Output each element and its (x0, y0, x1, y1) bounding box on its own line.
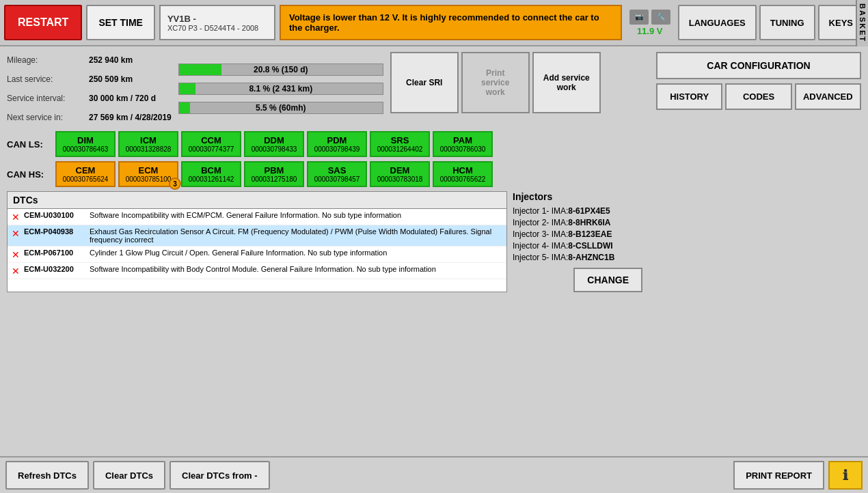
next-service-label: Next service in: (7, 113, 89, 122)
top-bar: RESTART SET TIME YV1B - XC70 P3 - D5244T… (0, 0, 868, 46)
can-hs-module-bcm[interactable]: BCM000031261142 (181, 161, 241, 187)
bar2-row: 8.1 % (2 431 km) (178, 81, 383, 97)
can-hs-module-sas[interactable]: SAS000030798457 (307, 161, 367, 187)
injector-row: Injector 2- IMA:8-8HRK6IA (513, 218, 642, 227)
bottom-right: PRINT REPORT ℹ (733, 461, 863, 490)
mileage-value: 252 940 km (89, 55, 133, 65)
info-icon: ℹ (843, 467, 848, 483)
dtc-item[interactable]: ✕ ECM-P040938 Exhaust Gas Recirculation … (8, 225, 506, 246)
service-bars: 20.8 % (150 d) 8.1 % (2 431 km) 5.5 % (6… (178, 52, 383, 126)
dtc-error-icon: ✕ (12, 249, 20, 260)
dtc-code: ECM-P067100 (24, 249, 85, 257)
can-hs-module-ecm[interactable]: ECM0000307851003 (118, 161, 178, 187)
settime-button[interactable]: SET TIME (86, 5, 155, 40)
codes-button[interactable]: CODES (725, 83, 791, 110)
bar3-row: 5.5 % (60mh) (178, 100, 383, 116)
bar1-row: 20.8 % (150 d) (178, 61, 383, 78)
right-panel: CAR CONFIGURATION HISTORY CODES ADVANCED (649, 46, 868, 456)
dtc-list: DTCs ✕ CEM-U030100 Software Incompatibil… (7, 191, 507, 292)
service-info-area: Mileage: 252 940 km Last service: 250 50… (7, 52, 642, 126)
service-interval-value: 30 000 km / 720 d (89, 94, 156, 103)
dtc-item[interactable]: ✕ ECM-P067100 Cylinder 1 Glow Plug Circu… (8, 246, 506, 263)
bar3-fill (179, 102, 190, 113)
battery-area: 📷 🔧 11.9 V (626, 5, 674, 40)
can-hs-module-hcm[interactable]: HCM000030765622 (433, 161, 493, 187)
clear-dtcs-button[interactable]: Clear DTCs (93, 461, 165, 490)
dtc-desc: Software Incompatibility with ECM/PCM. G… (90, 211, 401, 219)
wrench-icon: 🔧 (651, 10, 670, 25)
injectors-panel: Injectors Injector 1- IMA:8-61PX4E5Injec… (513, 191, 642, 292)
car-info-box: YV1B - XC70 P3 - D5244T4 - 2008 (159, 5, 275, 40)
print-service-button[interactable]: Print service work (461, 52, 530, 113)
last-service-row: Last service: 250 509 km (7, 71, 172, 87)
car-model-line2: XC70 P3 - D5244T4 - 2008 (167, 24, 267, 32)
bar1-fill (179, 64, 221, 75)
dtc-code: CEM-U030100 (24, 211, 85, 219)
refresh-dtcs-button[interactable]: Refresh DTCs (5, 461, 89, 490)
can-ls-module-srs[interactable]: SRS000031264402 (370, 131, 430, 157)
bar2-label: 8.1 % (2 431 km) (249, 84, 312, 94)
tuning-button[interactable]: TUNING (759, 5, 815, 40)
can-hs-modules: CEM000030765624ECM0000307851003BCM000031… (55, 161, 493, 187)
print-report-button[interactable]: PRINT REPORT (733, 461, 824, 490)
bar1-label: 20.8 % (150 d) (254, 65, 308, 74)
dtc-item[interactable]: ✕ ECM-U032200 Software Incompatibility w… (8, 263, 506, 279)
can-hs-row: CAN HS: CEM000030765624ECM0000307851003B… (7, 161, 642, 187)
service-interval-row: Service interval: 30 000 km / 720 d (7, 90, 172, 107)
injectors-title: Injectors (513, 191, 642, 202)
can-ls-label: CAN LS: (7, 139, 51, 150)
can-ls-module-ccm[interactable]: CCM000030774377 (181, 131, 241, 157)
clear-dtcs-from-button[interactable]: Clear DTCs from - (169, 461, 270, 490)
car-config-button[interactable]: CAR CONFIGURATION (656, 52, 861, 79)
basket-tab[interactable]: BASKET (856, 0, 868, 46)
dtc-error-icon: ✕ (12, 228, 20, 239)
can-ls-module-ddm[interactable]: DDM000030798433 (244, 131, 304, 157)
dtc-code: ECM-P040938 (24, 227, 85, 236)
injector-row: Injector 5- IMA:8-AHZNC1B (513, 253, 642, 262)
bar3-label: 5.5 % (60mh) (256, 103, 306, 113)
bar1-bg: 20.8 % (150 d) (178, 64, 383, 76)
dtc-desc: Software Incompatibility with Body Contr… (90, 265, 436, 273)
history-button[interactable]: HISTORY (656, 83, 722, 110)
voltage-value: 11.9 V (637, 26, 663, 36)
car-model-line1: YV1B - (167, 14, 267, 24)
basket-label: BASKET (858, 3, 867, 42)
service-action-buttons: Clear SRI Print service work Add service… (390, 52, 601, 126)
info-button[interactable]: ℹ (828, 461, 863, 490)
can-ls-module-pdm[interactable]: PDM000030798439 (307, 131, 367, 157)
change-button[interactable]: CHANGE (573, 268, 642, 292)
can-hs-module-pbm[interactable]: PBM000031275180 (244, 161, 304, 187)
dtc-desc: Exhaust Gas Recirculation Sensor A Circu… (90, 227, 502, 244)
mileage-row: Mileage: 252 940 km (7, 52, 172, 68)
main-area: Mileage: 252 940 km Last service: 250 50… (0, 46, 868, 456)
can-hs-module-dem[interactable]: DEM000030783018 (370, 161, 430, 187)
last-service-value: 250 509 km (89, 74, 133, 84)
advanced-button[interactable]: ADVANCED (795, 83, 861, 110)
injector-row: Injector 1- IMA:8-61PX4E5 (513, 206, 642, 216)
service-interval-label: Service interval: (7, 94, 89, 103)
top-right-buttons: LANGUAGES TUNING KEYS (678, 5, 864, 40)
injector-row: Injector 4- IMA:8-CSLLDWI (513, 241, 642, 251)
languages-button[interactable]: LANGUAGES (678, 5, 757, 40)
can-ls-module-icm[interactable]: ICM000031328828 (118, 131, 178, 157)
camera-icon: 📷 (629, 10, 649, 25)
next-service-value: 27 569 km / 4/28/2019 (89, 113, 172, 122)
badge-ecm: 3 (169, 178, 181, 190)
restart-button[interactable]: RESTART (4, 5, 82, 40)
change-btn-area: CHANGE (513, 268, 642, 292)
can-ls-modules: DIM000030786463ICM000031328828CCM0000307… (55, 131, 493, 157)
add-service-button[interactable]: Add service work (532, 52, 601, 113)
can-hs-module-cem[interactable]: CEM000030765624 (55, 161, 116, 187)
bar3-bg: 5.5 % (60mh) (178, 102, 383, 114)
bar2-fill (179, 83, 195, 94)
mileage-label: Mileage: (7, 55, 89, 65)
dtc-items-container: ✕ CEM-U030100 Software Incompatibility w… (8, 209, 506, 279)
dtc-code: ECM-U032200 (24, 265, 85, 273)
clear-sri-button[interactable]: Clear SRI (390, 52, 459, 113)
dtc-error-icon: ✕ (12, 266, 20, 277)
can-ls-module-pam[interactable]: PAM000030786030 (433, 131, 493, 157)
next-service-row: Next service in: 27 569 km / 4/28/2019 (7, 109, 172, 126)
can-ls-module-dim[interactable]: DIM000030786463 (55, 131, 116, 157)
service-labels: Mileage: 252 940 km Last service: 250 50… (7, 52, 172, 126)
dtc-item[interactable]: ✕ CEM-U030100 Software Incompatibility w… (8, 209, 506, 225)
